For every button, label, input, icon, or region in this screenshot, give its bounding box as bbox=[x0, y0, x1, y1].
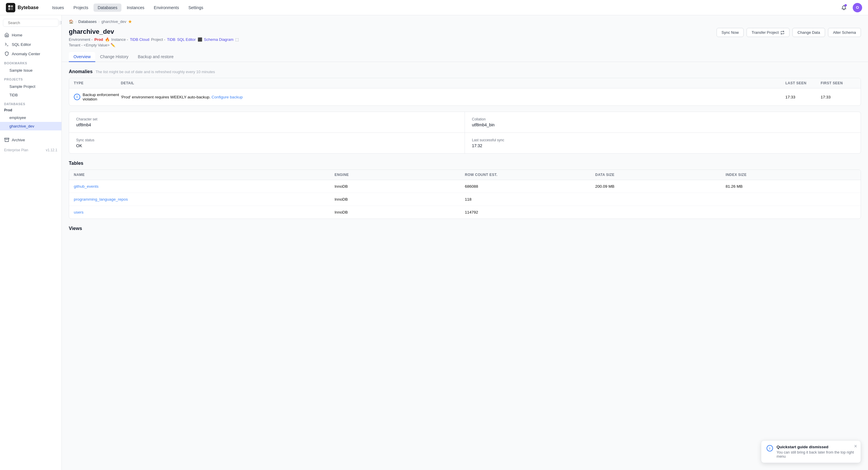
table-row: github_events InnoDB 686088 200.09 MB 81… bbox=[69, 180, 861, 193]
col-engine: Engine bbox=[335, 173, 465, 177]
table-datasize-0: 200.09 MB bbox=[595, 184, 725, 189]
database-meta-grid: Character set utf8mb4 Collation utf8mb4_… bbox=[69, 112, 861, 154]
sidebar-db-gharchive[interactable]: gharchive_dev bbox=[0, 122, 61, 130]
search-input[interactable] bbox=[8, 21, 57, 25]
anomaly-first-seen: 17:33 bbox=[821, 95, 856, 99]
nav-instances[interactable]: Instances bbox=[123, 3, 149, 12]
sidebar-item-anomaly-label: Anomaly Center bbox=[12, 52, 40, 56]
main-content: 🏠 › Databases › gharchive_dev ★ gharchiv… bbox=[62, 15, 868, 470]
tab-content: Anomalies The list might be out of date … bbox=[62, 62, 868, 238]
project-value[interactable]: TiDB bbox=[167, 37, 175, 42]
schema-icon: ⬚ bbox=[235, 37, 239, 42]
nav-projects[interactable]: Projects bbox=[69, 3, 93, 12]
anomaly-row: i Backup enforcement violation 'Prod' en… bbox=[69, 89, 861, 105]
tenant-value: <Empty Value> bbox=[84, 43, 110, 47]
env-value[interactable]: Prod bbox=[94, 37, 103, 42]
table-engine-1: InnoDB bbox=[335, 197, 465, 202]
toast-content: Quickstart guide dismissed You can still… bbox=[777, 445, 855, 459]
schema-diagram-link[interactable]: Schema Diagram bbox=[204, 37, 234, 42]
nav-environments[interactable]: Environments bbox=[150, 3, 183, 12]
sync-status-label: Sync status bbox=[76, 138, 458, 142]
version-label: v1.12.1 bbox=[46, 148, 57, 152]
col-first-seen: First seen bbox=[821, 81, 856, 85]
anomaly-last-seen: 17:33 bbox=[785, 95, 821, 99]
search-box[interactable]: ⌘ K bbox=[3, 19, 59, 27]
top-nav: Bytebase Issues Projects Databases Insta… bbox=[0, 0, 868, 15]
home-breadcrumb-icon[interactable]: 🏠 bbox=[69, 20, 73, 24]
breadcrumb: 🏠 › Databases › gharchive_dev ★ bbox=[62, 15, 868, 24]
table-row: users InnoDB 114792 bbox=[69, 206, 861, 219]
sidebar-db-employee[interactable]: employee bbox=[0, 113, 61, 122]
sidebar-item-home[interactable]: Home bbox=[0, 30, 61, 40]
transfer-icon bbox=[780, 31, 784, 35]
instance-value[interactable]: TiDB Cloud bbox=[130, 37, 149, 42]
col-index-size: Index size bbox=[726, 173, 856, 177]
charset-label: Character set bbox=[76, 117, 458, 121]
tables-section: Tables Name Engine Row count est. Data s… bbox=[69, 161, 861, 219]
anomaly-type-text: Backup enforcement violation bbox=[83, 93, 121, 101]
sync-now-button[interactable]: Sync Now bbox=[717, 28, 744, 37]
table-rowcount-1: 118 bbox=[465, 197, 595, 202]
fire-icon: 🔥 bbox=[105, 37, 110, 42]
sidebar-project-sample[interactable]: Sample Project bbox=[0, 82, 61, 91]
search-shortcut: ⌘ K bbox=[59, 21, 62, 25]
sidebar-db-gharchive-label: gharchive_dev bbox=[9, 124, 34, 128]
transfer-project-button[interactable]: Transfer Project bbox=[747, 28, 789, 37]
sync-status-value: OK bbox=[76, 143, 458, 148]
nav-databases[interactable]: Databases bbox=[93, 3, 121, 12]
change-data-button[interactable]: Change Data bbox=[793, 28, 825, 37]
tab-overview[interactable]: Overview bbox=[69, 52, 95, 62]
tab-change-history[interactable]: Change History bbox=[95, 52, 133, 62]
toast-title: Quickstart guide dismissed bbox=[777, 445, 855, 449]
nav-right: O bbox=[839, 2, 862, 13]
edit-icon[interactable]: ✏️ bbox=[111, 43, 115, 47]
alter-schema-button[interactable]: Alter Schema bbox=[828, 28, 861, 37]
sidebar-item-sql-editor[interactable]: SQL Editor bbox=[0, 40, 61, 49]
anomaly-detail-text: 'Prod' environment requires WEEKLY auto-… bbox=[121, 95, 211, 99]
project-label: Project - bbox=[151, 37, 165, 42]
sidebar-project-tidb[interactable]: TiDB bbox=[0, 91, 61, 99]
databases-breadcrumb[interactable]: Databases bbox=[78, 20, 96, 24]
tab-backup-restore[interactable]: Backup and restore bbox=[133, 52, 178, 62]
favorite-icon[interactable]: ★ bbox=[128, 19, 132, 24]
user-avatar[interactable]: O bbox=[853, 3, 862, 12]
sidebar-project-sample-label: Sample Project bbox=[9, 84, 35, 89]
nav-settings[interactable]: Settings bbox=[184, 3, 208, 12]
table-name-github[interactable]: github_events bbox=[74, 184, 335, 189]
bookmarks-section-label: Bookmarks bbox=[0, 59, 61, 66]
sidebar-item-archive[interactable]: Archive bbox=[0, 135, 61, 144]
tables-title: Tables bbox=[69, 161, 861, 166]
col-row-count: Row count est. bbox=[465, 173, 595, 177]
toast-close-button[interactable]: × bbox=[854, 443, 857, 449]
app-name: Bytebase bbox=[18, 5, 38, 10]
table-name-prog[interactable]: programming_language_repos bbox=[74, 197, 335, 202]
collation-value: utf8mb4_bin bbox=[472, 123, 854, 127]
anomalies-table: Type Detail Last seen First seen i Backu… bbox=[69, 78, 861, 106]
col-last-seen: Last seen bbox=[785, 81, 821, 85]
tabs: Overview Change History Backup and resto… bbox=[62, 47, 868, 62]
projects-section-label: Projects bbox=[0, 75, 61, 82]
table-name-users[interactable]: users bbox=[74, 210, 335, 214]
page-title: gharchive_dev bbox=[69, 28, 239, 36]
toast-info-icon: i bbox=[767, 445, 773, 451]
bell-button[interactable] bbox=[839, 2, 849, 13]
sidebar-item-anomaly-center[interactable]: Anomaly Center bbox=[0, 49, 61, 59]
configure-backup-link[interactable]: Configure backup bbox=[212, 95, 243, 99]
tables-table: Name Engine Row count est. Data size Ind… bbox=[69, 169, 861, 219]
tenant-label: Tenant - bbox=[69, 43, 83, 47]
page-meta: Environment - Prod 🔥 Instance - TiDB Clo… bbox=[69, 37, 239, 42]
sidebar: ⌘ K Home SQL Editor Anomaly Center Bookm… bbox=[0, 15, 62, 470]
db-breadcrumb: gharchive_dev bbox=[101, 20, 126, 24]
terminal-meta-icon: ⬛ bbox=[197, 37, 202, 42]
sql-editor-link[interactable]: SQL Editor bbox=[177, 37, 195, 42]
col-detail: Detail bbox=[121, 81, 785, 85]
table-rowcount-2: 114792 bbox=[465, 210, 595, 214]
anomalies-section: Anomalies The list might be out of date … bbox=[69, 69, 861, 106]
env-label: Environment - bbox=[69, 37, 93, 42]
nav-issues[interactable]: Issues bbox=[48, 3, 68, 12]
db-env-label: Prod bbox=[0, 107, 61, 113]
sidebar-bookmark-sample-issue[interactable]: Sample Issue bbox=[0, 66, 61, 75]
sidebar-archive-label: Archive bbox=[12, 138, 25, 142]
col-type: Type bbox=[74, 81, 121, 85]
svg-rect-3 bbox=[11, 8, 13, 10]
